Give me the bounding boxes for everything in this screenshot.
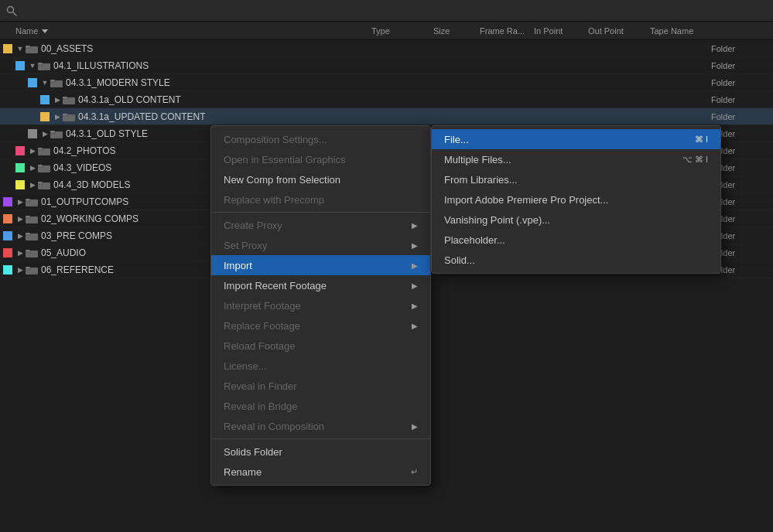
col-header-inpoint[interactable]: In Point	[534, 26, 588, 36]
submenu-item-label: Placeholder...	[444, 234, 505, 246]
menu-item-replace-with-precomp: Replace with Precomp	[211, 189, 430, 210]
search-bar[interactable]	[6, 5, 17, 16]
col-header-framerate[interactable]: Frame Ra...	[480, 26, 534, 36]
row-name-label: 04.3.1a_UPDATED CONTENT	[78, 111, 711, 122]
tree-row[interactable]: ▼ 04.1_ILLUSTRATIONSFolder	[0, 57, 773, 74]
tree-row[interactable]: ▶ 04.3.1a_UPDATED CONTENTFolder	[0, 108, 773, 125]
menu-item-label: Replace Footage	[224, 320, 300, 332]
expand-arrow-icon[interactable]: ▼	[15, 43, 26, 54]
expand-arrow-icon[interactable]: ▶	[15, 196, 26, 207]
expand-arrow-icon[interactable]: ▶	[15, 213, 26, 224]
submenu-item-label: Multiple Files...	[444, 154, 511, 165]
folder-icon	[63, 95, 75, 104]
submenu-item-import-premiere[interactable]: Import Adobe Premiere Pro Project...	[432, 189, 720, 210]
folder-icon	[38, 163, 50, 172]
folder-icon	[26, 265, 38, 275]
svg-marker-2	[42, 29, 48, 33]
svg-rect-14	[63, 97, 67, 99]
expand-arrow-icon[interactable]: ▶	[15, 247, 26, 258]
menu-item-right: ▶	[412, 261, 418, 270]
col-header-name[interactable]: Name	[15, 26, 371, 36]
expand-arrow-icon[interactable]: ▼	[39, 77, 50, 88]
menu-item-reveal-in-bridge: Reveal in Bridge	[211, 396, 430, 416]
svg-rect-29	[38, 182, 43, 184]
col-header-size[interactable]: Size	[433, 26, 480, 36]
menu-item-interpret-footage: Interpret Footage▶	[211, 295, 430, 315]
row-name-label: 00_ASSETS	[41, 43, 711, 54]
expand-arrow-icon[interactable]: ▶	[15, 230, 26, 241]
submenu-item-label: File...	[444, 134, 469, 145]
col-header-tapename[interactable]: Tape Name	[650, 26, 773, 36]
menu-item-set-proxy: Set Proxy▶	[211, 235, 430, 255]
menu-item-right: ↵	[411, 467, 418, 477]
svg-rect-26	[38, 165, 43, 167]
expand-arrow-icon[interactable]: ▶	[52, 111, 63, 122]
color-label	[15, 163, 25, 172]
menu-item-label: License...	[224, 360, 267, 372]
folder-icon	[50, 78, 63, 87]
expand-arrow-icon[interactable]: ▶	[27, 145, 38, 156]
color-label	[15, 146, 25, 155]
sort-arrow-icon	[42, 28, 48, 34]
color-label	[3, 44, 12, 53]
submenu-import: File...⌘ IMultiple Files...⌥ ⌘ IFrom Lib…	[431, 125, 721, 274]
folder-icon	[26, 248, 38, 257]
submenu-item-label: Solid...	[444, 254, 475, 266]
submenu-item-solid[interactable]: Solid...	[432, 250, 720, 270]
tree-row[interactable]: ▶ 04.3.1a_OLD CONTENTFolder	[0, 91, 773, 108]
expand-arrow-icon[interactable]: ▼	[27, 60, 38, 71]
menu-item-right: ▶	[412, 422, 418, 431]
folder-icon	[50, 129, 63, 138]
submenu-item-vanishing-point[interactable]: Vanishing Point (.vpe)...	[432, 210, 720, 230]
color-label	[40, 112, 50, 121]
menu-item-new-comp-from-selection[interactable]: New Comp from Selection	[211, 169, 430, 189]
menu-item-right: ▶	[412, 322, 418, 330]
submenu-item-label: Vanishing Point (.vpe)...	[444, 214, 550, 226]
submenu-item-shortcut: ⌥ ⌘ I	[682, 155, 708, 165]
menu-separator	[211, 438, 430, 439]
color-label	[15, 180, 25, 189]
color-label	[28, 129, 37, 138]
color-label	[3, 214, 12, 223]
menu-item-label: Composition Settings...	[224, 134, 327, 145]
expand-arrow-icon[interactable]: ▶	[27, 179, 38, 190]
menu-item-import[interactable]: Import▶	[211, 255, 430, 275]
submenu-item-multiple-files[interactable]: Multiple Files...⌥ ⌘ I	[432, 149, 720, 169]
menu-item-label: Reveal in Finder	[224, 380, 297, 392]
svg-rect-23	[38, 148, 43, 150]
submenu-item-from-libraries[interactable]: From Libraries...	[432, 169, 720, 189]
expand-arrow-icon[interactable]: ▶	[27, 162, 38, 173]
row-type-label: Folder	[711, 78, 773, 87]
submenu-item-placeholder[interactable]: Placeholder...	[432, 230, 720, 250]
folder-icon	[26, 214, 38, 223]
svg-rect-8	[38, 63, 43, 65]
menu-item-label: Interpret Footage	[224, 300, 301, 312]
menu-item-composition-settings: Composition Settings...	[211, 129, 430, 149]
submenu-item-file[interactable]: File...⌘ I	[432, 129, 720, 149]
menu-item-label: Solids Folder	[224, 446, 282, 458]
expand-arrow-icon[interactable]: ▶	[39, 128, 50, 139]
expand-arrow-icon[interactable]: ▶	[15, 264, 26, 275]
tree-row[interactable]: ▼ 00_ASSETSFolder	[0, 40, 773, 57]
menu-item-open-essential-graphics: Open in Essential Graphics	[211, 149, 430, 169]
menu-item-license: License...	[211, 356, 430, 376]
menu-item-rename[interactable]: Rename↵	[211, 462, 430, 482]
color-label	[28, 78, 37, 87]
svg-rect-20	[50, 131, 55, 133]
svg-rect-35	[26, 216, 30, 218]
col-header-type[interactable]: Type	[371, 26, 433, 36]
menu-item-label: Reveal in Bridge	[224, 401, 297, 412]
menu-separator	[211, 212, 430, 213]
tree-row[interactable]: ▼ 04.3.1_MODERN STYLEFolder	[0, 74, 773, 91]
expand-arrow-icon[interactable]: ▶	[52, 94, 63, 105]
menu-item-solids-folder[interactable]: Solids Folder	[211, 442, 430, 462]
svg-rect-32	[26, 199, 30, 201]
menu-item-import-recent-footage[interactable]: Import Recent Footage▶	[211, 275, 430, 295]
color-label	[40, 95, 50, 104]
row-type-label: Folder	[711, 44, 773, 53]
menu-item-label: Create Proxy	[224, 220, 282, 231]
svg-rect-11	[50, 80, 55, 82]
color-label	[15, 61, 25, 70]
color-label	[3, 231, 12, 240]
col-header-outpoint[interactable]: Out Point	[588, 26, 650, 36]
